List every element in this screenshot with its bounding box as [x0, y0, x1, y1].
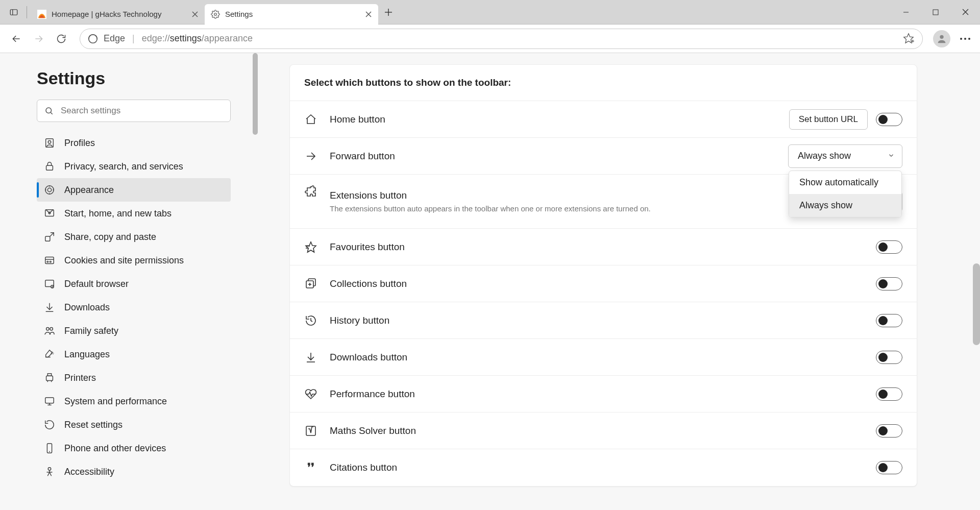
row-label: Forward button — [330, 151, 395, 162]
forward-dropdown-menu: Show automatically Always show — [789, 171, 902, 217]
tab-actions-button[interactable] — [4, 3, 23, 22]
sidebar-item-label: System and performance — [64, 396, 167, 407]
row-favourites-button: Favourites button — [290, 229, 917, 265]
sidebar-item-printers[interactable]: Printers — [37, 366, 231, 390]
performance-toggle[interactable] — [876, 387, 902, 401]
tab-ghacks[interactable]: Homepage | gHacks Technology — [31, 4, 205, 25]
svg-rect-45 — [46, 376, 53, 380]
arrow-right-icon — [304, 150, 317, 163]
svg-point-5 — [214, 13, 217, 15]
svg-point-27 — [48, 140, 51, 143]
minimize-button[interactable] — [891, 2, 921, 22]
close-window-button[interactable] — [950, 2, 980, 22]
history-toggle[interactable] — [876, 314, 902, 327]
sidebar-icon — [44, 231, 55, 242]
sidebar-item-label: Appearance — [64, 185, 114, 196]
svg-point-36 — [47, 261, 48, 262]
svg-marker-17 — [904, 33, 913, 42]
sidebar-item-downloads[interactable]: Downloads — [37, 296, 231, 319]
browser-toolbar: Edge | edge://settings/appearance — [0, 25, 980, 53]
sidebar-item-label: Phone and other devices — [64, 443, 166, 454]
sidebar-item-reset-settings[interactable]: Reset settings — [37, 413, 231, 436]
sidebar-item-phone-and-other-devices[interactable]: Phone and other devices — [37, 436, 231, 460]
maths-toggle[interactable] — [876, 424, 902, 438]
sidebar-icon — [44, 419, 55, 430]
titlebar: Homepage | gHacks Technology Settings — [0, 0, 980, 25]
settings-search[interactable] — [37, 100, 231, 122]
tab-title: Settings — [225, 10, 364, 18]
collections-toggle[interactable] — [876, 277, 902, 290]
svg-rect-49 — [45, 398, 54, 403]
svg-point-29 — [47, 188, 51, 191]
svg-point-37 — [50, 261, 51, 262]
profile-avatar[interactable] — [933, 30, 950, 47]
favourite-star-icon[interactable] — [903, 33, 915, 45]
svg-rect-28 — [46, 165, 53, 170]
sidebar-item-label: Family safety — [64, 326, 118, 336]
row-maths-solver-button: Maths Solver button — [290, 412, 917, 449]
row-downloads-button: Downloads button — [290, 339, 917, 376]
sidebar-item-appearance[interactable]: Appearance — [37, 178, 231, 202]
svg-point-42 — [46, 328, 50, 331]
row-label: Citations button — [330, 462, 397, 473]
ghacks-favicon — [37, 10, 46, 19]
sidebar-item-label: Languages — [64, 349, 110, 360]
home-toggle[interactable] — [876, 113, 902, 126]
close-icon[interactable] — [190, 10, 200, 19]
set-button-url-button[interactable]: Set button URL — [789, 109, 868, 130]
maximize-button[interactable] — [921, 2, 950, 22]
sidebar-icon — [44, 302, 55, 313]
section-title: Select which buttons to show on the tool… — [290, 65, 917, 101]
tab-settings[interactable]: Settings — [205, 4, 378, 25]
row-home-button: Home button Set button URL — [290, 101, 917, 138]
row-label: Extensions button — [330, 190, 651, 201]
more-menu-button[interactable] — [955, 29, 975, 48]
home-icon — [304, 113, 317, 126]
favourites-toggle[interactable] — [876, 240, 902, 254]
new-tab-button[interactable] — [379, 3, 398, 21]
svg-text:あ: あ — [51, 350, 54, 355]
svg-point-20 — [940, 35, 943, 38]
downloads-toggle[interactable] — [876, 351, 902, 364]
puzzle-icon — [304, 185, 317, 198]
dropdown-option-always-show[interactable]: Always show — [789, 194, 901, 217]
refresh-button[interactable] — [50, 28, 72, 50]
sidebar-item-share-copy-and-paste[interactable]: Share, copy and paste — [37, 225, 231, 249]
search-input[interactable] — [61, 106, 223, 116]
svg-rect-46 — [47, 374, 51, 376]
forward-visibility-dropdown[interactable]: Always show Show automatically Always sh… — [788, 144, 902, 168]
sidebar-icon — [44, 396, 55, 407]
sidebar-item-cookies-and-site-permissions[interactable]: Cookies and site permissions — [37, 249, 231, 272]
close-icon[interactable] — [364, 10, 373, 19]
dropdown-option-show-automatically[interactable]: Show automatically — [789, 171, 901, 194]
sidebar-icon — [44, 255, 55, 266]
citations-toggle[interactable] — [876, 461, 902, 474]
page-title: Settings — [37, 68, 249, 88]
sidebar-item-profiles[interactable]: Profiles — [37, 131, 231, 155]
sidebar-item-privacy-search-and-services[interactable]: Privacy, search, and services — [37, 155, 231, 178]
row-history-button: History button — [290, 302, 917, 339]
row-performance-button: Performance button — [290, 376, 917, 412]
sidebar-item-languages[interactable]: あLanguages — [37, 343, 231, 366]
address-bar[interactable]: Edge | edge://settings/appearance — [80, 29, 923, 49]
sidebar-item-start-home-and-new-tabs[interactable]: Start, home, and new tabs — [37, 202, 231, 225]
svg-rect-0 — [10, 9, 17, 15]
row-label: Performance button — [330, 388, 415, 400]
sidebar-item-accessibility[interactable]: Accessibility — [37, 460, 231, 483]
star-icon — [304, 240, 317, 254]
sidebar-item-family-safety[interactable]: Family safety — [37, 319, 231, 343]
sidebar-item-default-browser[interactable]: Default browser — [37, 272, 231, 296]
back-button[interactable] — [5, 28, 28, 50]
sidebar-item-system-and-performance[interactable]: System and performance — [37, 390, 231, 413]
main-scrollbar[interactable] — [973, 263, 980, 345]
row-description: The extensions button auto appears in th… — [330, 204, 651, 213]
sidebar-item-label: Default browser — [64, 279, 129, 289]
sidebar-scrollbar[interactable] — [253, 53, 258, 135]
sidebar-item-label: Privacy, search, and services — [64, 161, 183, 172]
divider — [27, 6, 27, 18]
row-label: Maths Solver button — [330, 425, 416, 436]
settings-page: Settings ProfilesPrivacy, search, and se… — [0, 53, 980, 510]
forward-nav-button[interactable] — [28, 28, 50, 50]
svg-point-43 — [50, 328, 53, 331]
sidebar-icon — [44, 208, 55, 219]
